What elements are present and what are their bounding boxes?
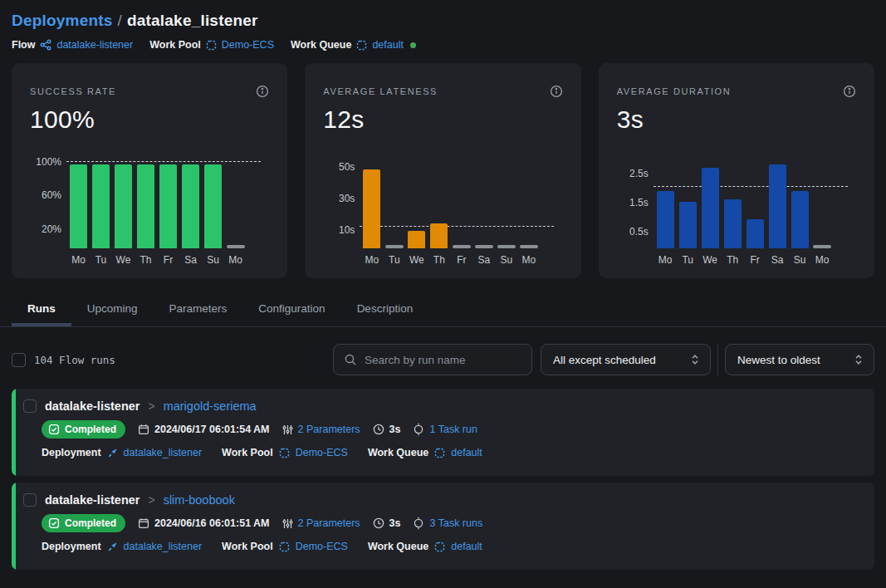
success-rate-chart: 100%60%20% MoTuWeThFrSaSuMo: [30, 158, 269, 266]
run-task-runs-link[interactable]: 1 Task run: [429, 424, 477, 435]
sliders-icon: [282, 518, 293, 529]
x-axis-label: Sa: [184, 254, 197, 266]
chart-bar-column: Mo: [657, 191, 674, 267]
chart-bar[interactable]: [430, 223, 448, 248]
tab-parameters[interactable]: Parameters: [154, 292, 243, 326]
run-work-pool-link[interactable]: Demo-ECS: [296, 447, 348, 458]
chart-bar[interactable]: [769, 164, 786, 248]
x-axis-label: Fr: [457, 254, 466, 266]
chart-bar[interactable]: [92, 164, 110, 248]
average-lateness-value: 12s: [323, 105, 562, 134]
run-work-pool-link[interactable]: Demo-ECS: [296, 541, 348, 552]
breadcrumb-deployments-link[interactable]: Deployments: [12, 12, 113, 29]
run-work-queue-link[interactable]: default: [451, 447, 482, 458]
run-parameters-link[interactable]: 2 Parameters: [298, 424, 360, 435]
run-deployment-link[interactable]: datalake_listener: [124, 541, 203, 552]
chart-bar[interactable]: [453, 245, 471, 248]
check-square-icon: [48, 424, 60, 435]
chart-bar-column: We: [702, 168, 719, 266]
chart-bar[interactable]: [408, 231, 425, 248]
x-axis-label: Th: [140, 254, 151, 266]
y-axis-tick-label: 50s: [339, 161, 355, 173]
chart-bar[interactable]: [137, 164, 154, 248]
state-filter-select[interactable]: All except scheduled: [541, 344, 711, 375]
work-queue-label: Work Queue: [291, 39, 351, 51]
info-icon[interactable]: [843, 85, 856, 98]
chart-bar[interactable]: [746, 219, 764, 248]
queue-healthy-dot: [410, 42, 416, 48]
task-run-icon: [413, 423, 424, 436]
chart-bar[interactable]: [182, 164, 199, 248]
x-axis-label: Tu: [95, 254, 107, 266]
chart-bar[interactable]: [724, 199, 742, 248]
run-flow-name: datalake-listener: [45, 399, 140, 413]
run-deployment-link[interactable]: datalake_listener: [124, 447, 203, 458]
select-all-checkbox[interactable]: [12, 353, 26, 367]
chart-bar-column: Tu: [679, 202, 697, 266]
tab-runs[interactable]: Runs: [12, 292, 71, 326]
work-pool-link[interactable]: Demo-ECS: [222, 39, 274, 51]
run-task-runs-link[interactable]: 3 Task runs: [429, 517, 482, 529]
chart-bar[interactable]: [70, 164, 87, 248]
chart-bar[interactable]: [475, 245, 493, 248]
sort-select[interactable]: Newest to oldest: [725, 344, 874, 375]
x-axis-label: Mo: [228, 254, 242, 266]
chart-bar[interactable]: [702, 168, 719, 248]
chart-bar[interactable]: [679, 202, 697, 248]
chart-bar-column: We: [408, 231, 425, 266]
work-pool-label: Work Pool: [222, 447, 273, 458]
x-axis-label: Fr: [164, 254, 173, 266]
y-axis-tick-label: 100%: [36, 156, 61, 168]
run-deployment: Deployment datalake_listener: [42, 541, 202, 552]
tab-upcoming[interactable]: Upcoming: [71, 292, 154, 326]
tab-description[interactable]: Description: [341, 292, 429, 326]
x-axis-label: We: [409, 254, 424, 266]
success-rate-card: SUCCESS RATE 100% 100%60%20% MoTuWeThFrS…: [12, 63, 287, 278]
average-dashed-line: [653, 186, 848, 187]
x-axis-label: We: [702, 254, 717, 266]
run-work-queue: Work Queue default: [368, 541, 482, 552]
run-duration: 3s: [373, 424, 401, 435]
run-parameters: 2 Parameters: [282, 424, 360, 435]
chart-bar-column: Tu: [385, 245, 403, 266]
chart-bar[interactable]: [791, 191, 809, 249]
deployment-meta-row: Flow datalake-listener Work Pool Demo-EC…: [12, 39, 874, 51]
run-deployment: Deployment datalake_listener: [42, 447, 202, 458]
tab-configuration[interactable]: Configuration: [242, 292, 340, 326]
chart-bar-column: Mo: [227, 245, 244, 266]
chart-bar[interactable]: [115, 164, 132, 248]
average-lateness-chart: 50s30s10s MoTuWeThFrSaSuMo: [323, 158, 562, 266]
run-search-box: [333, 344, 532, 375]
x-axis-label: Mo: [658, 254, 673, 266]
chart-bar[interactable]: [813, 245, 831, 248]
chart-bar[interactable]: [520, 245, 538, 248]
chart-bar-column: Sa: [769, 164, 786, 266]
sort-select-value: Newest to oldest: [737, 354, 820, 366]
chart-bar[interactable]: [227, 245, 245, 248]
calendar-icon: [138, 424, 149, 435]
chart-bar[interactable]: [657, 191, 674, 249]
chart-bar[interactable]: [363, 169, 380, 248]
run-duration: 3s: [373, 517, 401, 529]
work-pool-icon: [279, 541, 290, 552]
x-axis-label: Fr: [750, 254, 759, 266]
run-parameters-link[interactable]: 2 Parameters: [298, 517, 360, 529]
flow-link[interactable]: datalake-listener: [56, 39, 133, 51]
run-checkbox[interactable]: [23, 399, 37, 413]
chart-bar[interactable]: [385, 245, 404, 248]
average-duration-value: 3s: [617, 105, 856, 134]
flow-icon: [40, 39, 51, 51]
page-title: datalake_listener: [127, 12, 258, 29]
chart-bar[interactable]: [497, 245, 516, 248]
run-name-link[interactable]: slim-boobook: [164, 493, 235, 507]
chart-bar[interactable]: [204, 164, 222, 248]
info-icon[interactable]: [256, 85, 269, 98]
info-icon[interactable]: [550, 85, 563, 98]
run-checkbox[interactable]: [23, 493, 37, 507]
work-queue-link[interactable]: default: [372, 39, 404, 51]
chart-bar[interactable]: [159, 164, 177, 248]
search-input[interactable]: [365, 354, 521, 366]
average-duration-card: AVERAGE DURATION 3s 2.5s1.5s0.5s MoTuWeT…: [599, 63, 874, 278]
run-name-link[interactable]: marigold-seriema: [164, 399, 257, 413]
run-work-queue-link[interactable]: default: [451, 541, 482, 552]
